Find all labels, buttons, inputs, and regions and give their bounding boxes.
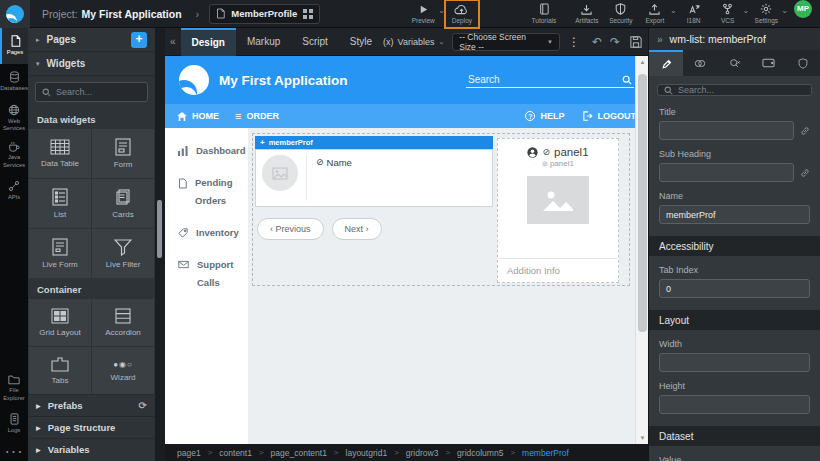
- tab-index-input[interactable]: [659, 279, 810, 298]
- widget-cards[interactable]: Cards: [92, 179, 154, 228]
- page-grid-icon[interactable]: [303, 9, 313, 19]
- scroll-down-icon[interactable]: ▼: [636, 432, 648, 444]
- crumb-page-content1[interactable]: page_content1: [271, 448, 327, 458]
- crumb-memberprof[interactable]: memberProf: [522, 448, 569, 458]
- redo-icon[interactable]: ↷: [606, 35, 624, 49]
- panel-image-placeholder[interactable]: [527, 176, 589, 224]
- widget-live-filter[interactable]: Live Filter: [92, 229, 154, 278]
- rail-item-web-services[interactable]: Web Services: [0, 100, 28, 136]
- rail-overflow-icon[interactable]: • • •: [0, 442, 28, 461]
- vcs-button[interactable]: VCS: [711, 0, 745, 28]
- move-icon[interactable]: +: [260, 138, 265, 147]
- widget-accordion[interactable]: Accordion: [92, 299, 154, 346]
- user-avatar[interactable]: MP: [794, 0, 812, 18]
- rail-item-pages[interactable]: Pages: [0, 28, 28, 64]
- widget-tabs[interactable]: Tabs: [29, 347, 91, 394]
- properties-search-input[interactable]: [678, 85, 805, 95]
- scroll-up-icon[interactable]: ▲: [636, 56, 648, 68]
- widget-grid-layout[interactable]: Grid Layout: [29, 299, 91, 346]
- deploy-button[interactable]: Deploy: [445, 0, 479, 28]
- app-search[interactable]: [466, 72, 634, 88]
- crumb-layoutgrid1[interactable]: layoutgrid1: [346, 448, 388, 458]
- previous-button[interactable]: ‹ Previous: [257, 218, 324, 240]
- variables-section-header[interactable]: ▸ Variables: [28, 438, 155, 460]
- panel-footer[interactable]: Addition Info: [498, 258, 618, 282]
- pages-section-header[interactable]: ▸ Pages +: [28, 28, 155, 52]
- add-page-button[interactable]: +: [131, 32, 147, 48]
- widget-live-form[interactable]: Live Form: [29, 229, 91, 278]
- nav-support-calls[interactable]: Support Calls: [165, 256, 248, 292]
- crumb-page1[interactable]: page1: [177, 448, 201, 458]
- rail-item-databases[interactable]: Databases: [0, 64, 28, 100]
- collapse-right-panel-button[interactable]: »: [657, 34, 663, 45]
- crumb-gridrow3[interactable]: gridrow3: [406, 448, 439, 458]
- crumb-gridcolumn5[interactable]: gridcolumn5: [457, 448, 503, 458]
- menu-help[interactable]: ? HELP: [525, 111, 564, 121]
- tab-script[interactable]: Script: [291, 28, 339, 56]
- page-structure-section-header[interactable]: ▸ Page Structure: [28, 416, 155, 438]
- preview-button[interactable]: Preview: [406, 0, 440, 28]
- artifacts-button[interactable]: Artifacts: [570, 0, 604, 28]
- scrollbar-thumb[interactable]: [157, 200, 162, 258]
- gridrow-selection[interactable]: + memberProf ⊘ Name: [252, 133, 630, 286]
- rail-item-file-explorer[interactable]: File Explorer: [0, 370, 28, 406]
- list-item-template[interactable]: ⊘ Name: [255, 149, 493, 207]
- bind-link-icon[interactable]: [800, 168, 810, 178]
- collapse-left-panel-button[interactable]: «: [165, 36, 181, 47]
- page-selector[interactable]: MemberProfile: [209, 4, 320, 24]
- canvas-scrollbar-thumb[interactable]: [638, 74, 647, 332]
- export-button[interactable]: Export: [638, 0, 672, 28]
- widgets-section-header[interactable]: ▾ Widgets: [28, 52, 155, 76]
- nav-dashboard[interactable]: Dashboard: [165, 142, 248, 160]
- layout-section-header[interactable]: Layout: [649, 310, 820, 330]
- menu-home[interactable]: HOME: [177, 111, 219, 121]
- dataset-section-header[interactable]: Dataset: [649, 426, 820, 446]
- widget-data-table[interactable]: Data Table: [29, 129, 91, 178]
- tab-security[interactable]: [786, 50, 820, 76]
- widget-list[interactable]: List: [29, 179, 91, 228]
- tutorials-button[interactable]: Tutorials: [527, 0, 561, 28]
- accessibility-section-header[interactable]: Accessibility: [649, 236, 820, 256]
- tab-events[interactable]: [717, 50, 751, 76]
- prefabs-refresh-icon[interactable]: ⟳: [139, 400, 147, 411]
- screen-size-select[interactable]: -- Choose Screen Size -- ▼: [452, 33, 560, 51]
- nav-pending-orders[interactable]: Pending Orders: [165, 174, 248, 210]
- widget-search-input[interactable]: [56, 87, 141, 97]
- panel-widget-panel1[interactable]: ⊘ panel1 ⊘ panel1 Addition Info: [497, 138, 619, 283]
- tab-style[interactable]: Style: [339, 28, 383, 56]
- settings-button[interactable]: Settings: [749, 0, 783, 28]
- next-button[interactable]: Next ›: [332, 218, 382, 240]
- bind-link-icon[interactable]: [800, 126, 810, 136]
- panel-subtitle-row[interactable]: ⊘ panel1: [498, 159, 618, 168]
- undo-icon[interactable]: ↶: [588, 35, 606, 49]
- list-item-body[interactable]: ⊘ Name: [306, 155, 486, 201]
- wavemaker-logo[interactable]: [0, 0, 30, 28]
- panel-header[interactable]: ⊘ panel1: [498, 139, 618, 159]
- rail-item-java-services[interactable]: Java Services: [0, 136, 28, 172]
- i18n-button[interactable]: I18N: [677, 0, 711, 28]
- tab-styles[interactable]: [683, 50, 717, 76]
- sub-heading-input[interactable]: [659, 163, 794, 182]
- title-input[interactable]: [659, 121, 794, 140]
- security-button[interactable]: Security: [604, 0, 638, 28]
- rail-item-logs[interactable]: Logs: [0, 406, 28, 442]
- widget-wizard[interactable]: ●◉○ Wizard: [92, 347, 154, 394]
- widget-form[interactable]: Form: [92, 129, 154, 178]
- more-options-icon[interactable]: ⋮: [560, 35, 588, 49]
- height-input[interactable]: [659, 395, 810, 414]
- menu-order[interactable]: ≡ ORDER: [235, 110, 279, 122]
- rail-item-apis[interactable]: APIs: [0, 173, 28, 209]
- widget-search[interactable]: [35, 82, 148, 102]
- app-search-input[interactable]: [468, 74, 622, 85]
- list-item-name-label[interactable]: Name: [327, 157, 352, 168]
- left-panel-scrollbar[interactable]: [155, 28, 165, 461]
- tab-device[interactable]: [752, 50, 786, 76]
- width-input[interactable]: [659, 353, 810, 372]
- crumb-content1[interactable]: content1: [219, 448, 252, 458]
- list-widget-titlebar[interactable]: + memberProf: [255, 136, 493, 149]
- save-icon[interactable]: [624, 36, 648, 48]
- properties-search[interactable]: [657, 84, 812, 96]
- variables-dropdown[interactable]: (x) Variables ⌄: [383, 37, 444, 47]
- canvas-scrollbar[interactable]: ▲ ▼: [635, 56, 648, 444]
- list-item-image-placeholder[interactable]: [262, 155, 298, 191]
